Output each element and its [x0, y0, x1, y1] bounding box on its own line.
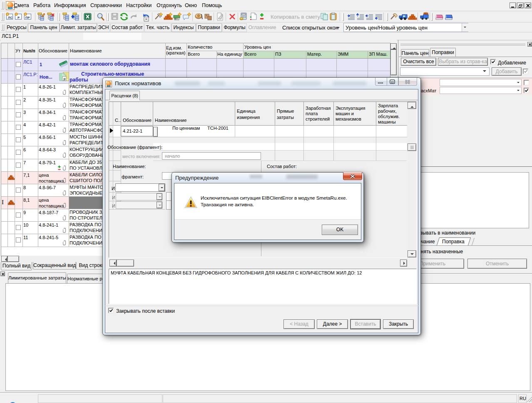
svg-text:p: p: [64, 77, 66, 81]
svg-text:ЛС: ЛС: [8, 16, 12, 20]
svg-text:Р: Р: [17, 16, 20, 20]
svg-text:ПР: ПР: [25, 16, 30, 20]
